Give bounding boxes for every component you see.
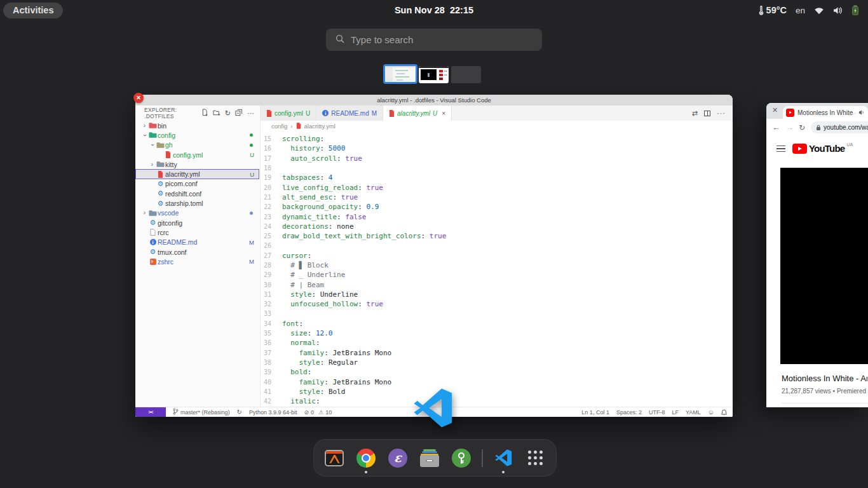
chrome-window[interactable]: ✕ Motionless In White - A ← → ↻ youtube.… [766,103,868,407]
back-icon[interactable]: ← [772,123,780,132]
feedback-icon[interactable]: ☺ [708,409,714,416]
window-close-icon[interactable]: ✕ [772,107,778,114]
collapse-all-icon[interactable] [235,107,243,119]
window-close-button[interactable]: ✕ [133,93,144,103]
editor-actions: ⇄ ··· [692,105,733,121]
system-status-area[interactable]: 59°C en [759,5,868,15]
git-dot-badge [250,133,253,137]
dock-item-emacs[interactable]: ε [388,449,407,468]
app-grid-icon [528,451,543,465]
youtube-logo[interactable]: YouTube UA [792,143,853,154]
status-ln-1-col-1[interactable]: Ln 1, Col 1 [581,409,609,416]
tab-audio-icon[interactable] [858,107,865,118]
editor-area: config.ymlUiREADME.mdMalacritty.ymlU× ⇄ … [260,105,733,407]
code-line-22: 22background_opacity: 0.9 [261,202,733,212]
battery-charging-icon [851,5,859,15]
tree-item-label: README.md [158,238,197,246]
dock-item-alacritty[interactable] [325,449,344,468]
clock[interactable]: Sun Nov 28 22:15 [395,5,473,15]
open-changes-icon[interactable]: ⇄ [692,109,698,118]
tree-item-starship-toml[interactable]: ⚙starship.toml [135,198,259,208]
sync-icon[interactable]: ↻ [237,409,242,416]
tree-item-picom-conf[interactable]: ⚙picom.conf [135,179,259,189]
line-number: 20 [261,184,282,191]
chrome-icon [356,449,376,468]
split-editor-icon[interactable] [704,111,710,116]
terminal-icon: > [150,259,156,265]
status-utf-8[interactable]: UTF-8 [649,409,665,416]
tree-item-tmux-conf[interactable]: ⚙tmux.conf [135,247,259,257]
tree-item-kitty[interactable]: ›kitty [135,159,259,169]
line-number: 21 [261,194,282,201]
notifications-bell-icon[interactable] [721,409,727,416]
git-branch-status[interactable]: master* (Rebasing) [173,408,230,416]
tree-item-gitconfig[interactable]: ⚙gitconfig [135,218,259,227]
thumb-sidebar [385,67,393,82]
vscode-window[interactable]: ✕ alacritty.yml - .dotfiles - Visual Stu… [135,95,733,417]
problems-status[interactable]: ⊘0⚠10 [304,409,332,416]
remote-indicator[interactable]: >< [135,407,166,417]
line-number: 18 [261,165,282,172]
editor-tab-readme-md[interactable]: iREADME.mdM [316,105,383,121]
menu-icon[interactable] [776,146,785,152]
vscode-titlebar[interactable]: alacritty.yml - .dotfiles - Visual Studi… [135,95,733,105]
tree-item-redshift-conf[interactable]: ⚙redshift.conf [135,189,259,198]
tree-item-config[interactable]: ›config [135,130,259,140]
new-folder-icon[interactable] [213,107,220,119]
forward-icon[interactable]: → [785,123,794,132]
new-file-icon[interactable] [201,107,208,119]
tree-item-config-yml[interactable]: config.ymlU [135,150,259,159]
code-line-28: 28 # ▋ Block [261,261,733,270]
dock-item-chrome[interactable] [356,449,376,468]
editor-more-icon[interactable]: ··· [717,109,726,117]
video-player[interactable] [780,168,868,364]
tree-item-zshrc[interactable]: >zshrcM [135,257,259,266]
breadcrumb-file[interactable]: alacritty.yml [304,123,336,130]
code-line-21: 21alt_send_esc: true [261,193,733,202]
dock-item-files[interactable] [420,449,439,468]
editor-tab-alacritty-yml[interactable]: alacritty.ymlU× [383,105,452,121]
code-line-36: 36 normal: [261,338,733,348]
close-icon: ✕ [136,95,141,101]
tree-item-rcrc[interactable]: rcrc [135,227,259,237]
keyboard-layout-indicator[interactable]: en [796,6,805,15]
code-line-30: 30 # | Beam [261,280,733,289]
status-spaces-2[interactable]: Spaces: 2 [616,409,642,416]
branch-icon [173,408,179,416]
more-actions-icon[interactable]: ··· [247,110,254,117]
search-input[interactable]: Type to search [326,29,542,51]
yaml-icon [163,151,173,158]
gear-icon: ⚙ [156,200,165,207]
status-python-3-9-9-64-bit[interactable]: Python 3.9.9 64-bit [249,409,297,416]
dock-item-app-grid[interactable] [526,449,545,468]
tree-item-alacritty-yml[interactable]: alacritty.ymlU [135,169,259,179]
breadcrumb-separator-icon: › [290,123,292,130]
address-bar[interactable]: youtube.com/wa [811,121,868,133]
workspace-thumbnail-1[interactable] [383,64,417,84]
code-line-16: 16 history: 5000 [261,144,733,153]
yaml-icon [266,110,272,117]
git-status-badge: U [250,151,254,158]
tab-close-icon[interactable]: × [442,110,445,117]
chrome-tab[interactable]: Motionless In White - A [783,106,868,119]
workspace-thumbnail-3[interactable] [451,66,481,83]
code-editor[interactable]: 15scrolling:16 history: 500017 auto_scro… [261,132,733,407]
breadcrumb-folder[interactable]: config [271,123,287,130]
tree-item-bin[interactable]: ›bin [135,121,259,130]
breadcrumb[interactable]: config › alacritty.yml [261,121,733,132]
tree-item-vscode[interactable]: ›vscode [135,208,259,218]
dock-item-keepassxc[interactable] [452,449,471,468]
running-indicator [502,471,505,473]
activities-button[interactable]: Activities [3,3,63,18]
tree-item-gh[interactable]: ›gh [135,140,259,150]
status-lf[interactable]: LF [672,409,679,416]
dock-item-vscode[interactable] [494,449,513,468]
refresh-icon[interactable]: ↻ [225,110,231,117]
tree-item-readme-md[interactable]: iREADME.mdM [135,238,259,247]
editor-tab-config-yml[interactable]: config.ymlU [261,105,316,121]
status-yaml[interactable]: YAML [686,409,701,416]
workspace-thumbnail-2[interactable] [419,66,449,83]
line-number: 34 [261,320,282,327]
reload-icon[interactable]: ↻ [799,124,805,132]
wifi-icon [814,6,824,15]
